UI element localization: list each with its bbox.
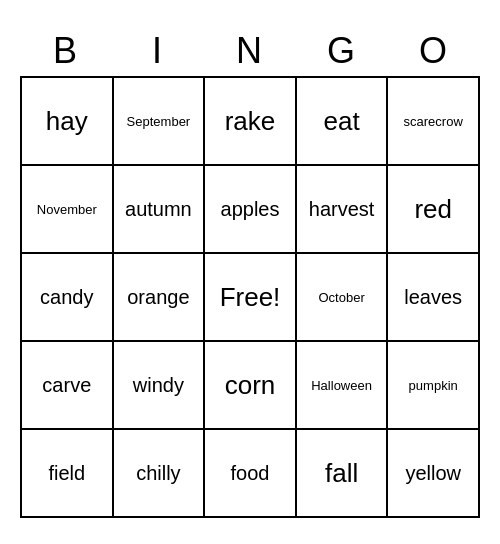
cell-text: autumn	[125, 198, 192, 221]
bingo-cell: carve	[22, 342, 114, 430]
cell-text: Halloween	[311, 378, 372, 393]
cell-text: October	[318, 290, 364, 305]
cell-text: chilly	[136, 462, 180, 485]
cell-text: fall	[325, 458, 358, 489]
cell-text: food	[231, 462, 270, 485]
cell-text: windy	[133, 374, 184, 397]
bingo-header-letter: B	[20, 26, 112, 76]
cell-text: red	[414, 194, 452, 225]
bingo-header-letter: N	[204, 26, 296, 76]
bingo-cell: windy	[114, 342, 206, 430]
bingo-cell: yellow	[388, 430, 480, 518]
cell-text: September	[127, 114, 191, 129]
cell-text: scarecrow	[404, 114, 463, 129]
bingo-header: BINGO	[20, 26, 480, 76]
cell-text: leaves	[404, 286, 462, 309]
bingo-cell: hay	[22, 78, 114, 166]
cell-text: corn	[225, 370, 276, 401]
cell-text: eat	[324, 106, 360, 137]
cell-text: November	[37, 202, 97, 217]
cell-text: rake	[225, 106, 276, 137]
bingo-cell: chilly	[114, 430, 206, 518]
bingo-cell: apples	[205, 166, 297, 254]
bingo-cell: Halloween	[297, 342, 389, 430]
bingo-header-letter: O	[388, 26, 480, 76]
bingo-cell: scarecrow	[388, 78, 480, 166]
cell-text: harvest	[309, 198, 375, 221]
bingo-cell: Free!	[205, 254, 297, 342]
bingo-cell: September	[114, 78, 206, 166]
cell-text: orange	[127, 286, 189, 309]
bingo-cell: candy	[22, 254, 114, 342]
bingo-cell: autumn	[114, 166, 206, 254]
bingo-cell: pumpkin	[388, 342, 480, 430]
bingo-cell: rake	[205, 78, 297, 166]
bingo-cell: food	[205, 430, 297, 518]
bingo-cell: harvest	[297, 166, 389, 254]
cell-text: pumpkin	[409, 378, 458, 393]
cell-text: carve	[42, 374, 91, 397]
bingo-cell: fall	[297, 430, 389, 518]
bingo-cell: orange	[114, 254, 206, 342]
bingo-card: BINGO haySeptemberrakeeatscarecrowNovemb…	[20, 26, 480, 518]
bingo-cell: October	[297, 254, 389, 342]
cell-text: candy	[40, 286, 93, 309]
bingo-cell: leaves	[388, 254, 480, 342]
cell-text: hay	[46, 106, 88, 137]
bingo-cell: corn	[205, 342, 297, 430]
bingo-cell: eat	[297, 78, 389, 166]
bingo-grid: haySeptemberrakeeatscarecrowNovemberautu…	[20, 76, 480, 518]
cell-text: yellow	[405, 462, 461, 485]
cell-text: apples	[221, 198, 280, 221]
bingo-header-letter: G	[296, 26, 388, 76]
bingo-cell: November	[22, 166, 114, 254]
bingo-cell: red	[388, 166, 480, 254]
bingo-header-letter: I	[112, 26, 204, 76]
bingo-cell: field	[22, 430, 114, 518]
cell-text: Free!	[220, 282, 281, 313]
cell-text: field	[48, 462, 85, 485]
